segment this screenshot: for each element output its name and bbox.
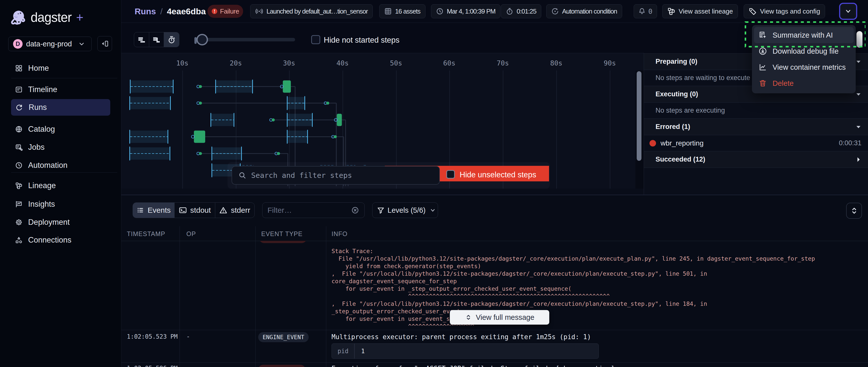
log-filter-input[interactable]: Filter… [262,202,365,218]
view-tags-and-config-button[interactable]: View tags and config [744,4,825,18]
view-asset-lineage-button[interactable]: View asset lineage [662,4,738,18]
sidebar-item-label: Timeline [28,85,57,94]
gantt-flat-view-button[interactable] [134,32,149,47]
step-section-header[interactable]: Succeeded (12) [644,151,868,168]
sidebar-item-deployment[interactable]: Deployment [11,214,110,231]
tab-stdout[interactable]: stdout [175,203,215,218]
jobs-icon [15,143,23,151]
event-timestamp: 1:02:05.523 PM [127,333,178,340]
button-label: View asset lineage [679,7,733,15]
sidebar-item-lineage[interactable]: Lineage [11,177,110,194]
stopwatch-icon [506,7,514,15]
column-header-event-type: EVENT TYPE [261,230,303,238]
expand-log-panel-button[interactable] [846,203,862,219]
top-bar: Runs / 4eae6dba Failure Launched by defa… [121,0,868,23]
sidebar-item-label: Deployment [28,218,69,227]
hide-unselected-checkbox[interactable] [446,170,455,178]
sidebar-item-insights[interactable]: Insights [11,196,110,212]
caret-right-icon[interactable] [855,156,862,163]
caret-down-icon[interactable] [855,91,862,98]
status-badge: Failure [208,5,243,18]
gantt-chart[interactable]: Hide unselected steps Search and filter … [121,70,636,189]
event-type-chip: ENGINE_EVENT [258,332,309,342]
caret-down-icon[interactable] [855,58,862,65]
run-actions-menu-button[interactable] [840,4,856,19]
sidebar-item-home[interactable]: Home [11,60,110,76]
sidebar-item-timeline[interactable]: Timeline [11,81,110,98]
deployment-switcher[interactable]: D data-eng-prod [8,37,92,51]
menu-item-download-debug-file[interactable]: Download debug file [754,43,854,59]
axis-tick-label: 90s [604,59,616,67]
status-badge-label: Failure [220,7,239,15]
menu-item-delete[interactable]: Delete [754,75,854,91]
breadcrumb: Runs / 4eae6dba [135,0,206,23]
sidebar-item-catalog[interactable]: Catalog [11,121,110,137]
section-title: Preparing (0) [655,58,698,65]
run-tag-label: 0:01:25 [517,7,536,15]
section-title: Succeeded (12) [655,156,705,163]
dagster-logo[interactable]: dagster + [11,9,83,26]
clock-icon [436,7,443,15]
gantt-waterfall-view-button[interactable] [149,32,164,47]
step-section-header[interactable]: Errored (1) [644,119,868,135]
run-tag-label: Launched by default_aut…tion_sensor [267,7,368,15]
scroll-indicator [857,31,863,48]
tab-events[interactable]: Events [133,203,175,218]
gantt-scrollbar-thumb[interactable] [637,71,642,161]
flat-view-icon [137,35,146,44]
metadata-value: 1 [354,348,371,355]
step-section-empty-text: No steps are executing [644,102,868,119]
view-full-message-button[interactable]: View full message [450,310,549,325]
metadata-key: pid [332,348,354,355]
events-table-body: Stack Trace: File "/usr/local/lib/python… [121,241,868,367]
levels-dropdown[interactable]: Levels (5/6) [372,202,438,218]
menu-item-summarize-with-ai[interactable]: Summarize with AI [754,27,854,43]
breadcrumb-runs-link[interactable]: Runs [135,6,156,16]
notifications-button[interactable]: 0 [634,4,657,18]
run-id: 4eae6dba [167,6,206,16]
errored-status-dot [650,140,656,146]
gantt-lower-gutter [121,189,644,195]
clear-filter-icon[interactable] [351,206,360,214]
step-row-wbr_reporting[interactable]: wbr_reporting 0:00:31 [644,135,868,151]
column-divider [255,226,256,367]
timeline-icon [15,86,23,93]
runs-icon [15,103,23,111]
sidebar-item-connections[interactable]: Connections [11,232,110,248]
sidebar-item-jobs[interactable]: Jobs [11,139,110,156]
evgrid-icon [136,206,144,214]
run-tag-label: 16 assets [395,7,421,15]
collapse-sidebar-button[interactable] [97,36,112,51]
tab-stderr[interactable]: stderr [215,203,254,218]
home-icon [15,64,23,72]
event-info: Multiprocess executor: parent process ex… [332,333,591,341]
menu-item-view-container-metrics[interactable]: View container metrics [754,59,854,75]
grid-icon [384,7,392,15]
hide-not-started-checkbox[interactable] [311,35,320,44]
breadcrumb-separator: / [160,6,162,16]
axis-tick-label: 80s [550,59,563,67]
sidebar-item-label: Runs [29,103,47,112]
gantt-zoom-slider-track[interactable] [195,38,295,41]
caret-down-icon[interactable] [855,124,862,130]
column-divider [180,226,180,367]
funnel-icon [377,206,384,214]
metrics-icon [758,63,767,71]
gantt-timed-view-button[interactable] [164,32,179,47]
axis-tick-label: 70s [497,59,509,67]
expand-message-icon [465,313,472,321]
gantt-zoom-slider-handle[interactable] [196,34,208,45]
sidebar-item-label: Home [28,64,49,73]
console-icon [179,206,187,214]
chevron-down-icon [844,7,852,15]
run-tag: 16 assets [379,4,426,18]
sidebar-item-automation[interactable]: Automation [11,157,110,174]
stack-trace: Stack Trace: File "/usr/local/lib/python… [332,247,815,330]
insights-icon [15,200,23,208]
bell-icon [638,7,646,15]
tab-label: stderr [231,206,250,214]
event-op: - [186,365,190,367]
step-search-input[interactable]: Search and filter steps [231,166,440,185]
sidebar-item-runs[interactable]: Runs [11,99,110,115]
step-search-placeholder: Search and filter steps [251,171,352,179]
